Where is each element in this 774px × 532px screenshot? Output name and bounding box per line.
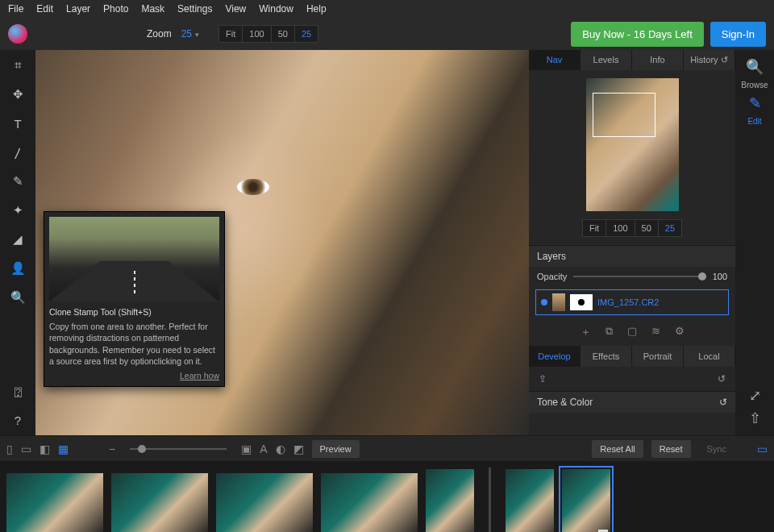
navigator-viewport-box[interactable] bbox=[593, 93, 655, 137]
view-compare-icon[interactable]: ▭ bbox=[21, 443, 31, 455]
tab-develop[interactable]: Develop bbox=[529, 346, 580, 367]
view-single-icon[interactable]: ▯ bbox=[6, 443, 13, 455]
navigator-thumb[interactable] bbox=[586, 78, 679, 211]
buy-now-button[interactable]: Buy Now - 16 Days Left bbox=[571, 22, 704, 47]
layer-thumb[interactable] bbox=[552, 293, 565, 311]
preview-button[interactable]: Preview bbox=[312, 440, 360, 458]
opacity-slider[interactable] bbox=[573, 276, 705, 277]
heal-icon[interactable]: ✦ bbox=[9, 202, 27, 219]
opacity-value: 100 bbox=[713, 272, 727, 281]
panel-tab-info[interactable]: Info bbox=[632, 50, 684, 70]
layer-settings-icon[interactable]: ⚙ bbox=[675, 325, 685, 339]
sync-button[interactable]: Sync bbox=[699, 440, 734, 458]
view-split-icon[interactable]: ◧ bbox=[40, 443, 50, 455]
tool-tooltip: Clone Stamp Tool (Shift+S) Copy from one… bbox=[44, 211, 225, 387]
crop-icon[interactable]: ⌗ bbox=[9, 56, 27, 74]
menu-help[interactable]: Help bbox=[306, 3, 327, 15]
brush-icon[interactable]: 〳 bbox=[9, 143, 27, 161]
reset-button[interactable]: Reset bbox=[651, 440, 691, 458]
reset-preset-icon[interactable]: ↺ bbox=[718, 373, 726, 384]
add-layer-icon[interactable]: ＋ bbox=[580, 325, 591, 339]
import-preset-icon[interactable]: ⇪ bbox=[539, 373, 547, 384]
filmstrip: IMG_1257.CR2 bbox=[0, 461, 774, 532]
panel-tab-history[interactable]: History ↺ bbox=[684, 50, 735, 70]
menu-settings[interactable]: Settings bbox=[177, 3, 212, 15]
layer-name: IMG_1257.CR2 bbox=[597, 297, 659, 307]
layers-header: Layers bbox=[529, 245, 735, 267]
browse-label: Browse bbox=[741, 81, 768, 89]
sign-in-button[interactable]: Sign-In bbox=[710, 22, 766, 47]
filmstrip-divider bbox=[489, 468, 491, 532]
menu-edit[interactable]: Edit bbox=[36, 3, 53, 15]
zoom-100[interactable]: 100 bbox=[243, 26, 271, 42]
user-icon[interactable]: ⍰ bbox=[9, 382, 27, 400]
tone-color-header[interactable]: Tone & Color↺ bbox=[529, 391, 735, 413]
menu-file[interactable]: File bbox=[8, 3, 23, 15]
reset-all-button[interactable]: Reset All bbox=[592, 440, 643, 458]
zoom-25[interactable]: 25 bbox=[295, 26, 318, 42]
zoom-presets: Fit 100 50 25 bbox=[218, 25, 318, 43]
filmstrip-thumb[interactable] bbox=[6, 473, 103, 532]
clipping-icon[interactable]: ◩ bbox=[293, 443, 304, 455]
blend-layer-icon[interactable]: ≋ bbox=[651, 325, 660, 339]
tab-local[interactable]: Local bbox=[684, 346, 735, 367]
zoom-value-dropdown[interactable]: 25 bbox=[181, 28, 199, 39]
menu-mask[interactable]: Mask bbox=[141, 3, 164, 15]
zoom-50[interactable]: 50 bbox=[272, 26, 295, 42]
tab-effects[interactable]: Effects bbox=[580, 346, 632, 367]
clone-stamp-icon[interactable]: ✎ bbox=[9, 172, 27, 190]
browse-icon[interactable]: 🔍 bbox=[746, 58, 764, 76]
right-panel: Nav Levels Info History ↺ Fit 100 50 25 … bbox=[529, 50, 735, 435]
zoom-fit[interactable]: Fit bbox=[219, 26, 243, 42]
filmstrip-thumb-selected[interactable]: IMG_1257.CR2 bbox=[562, 469, 610, 532]
zoom-out-icon[interactable]: − bbox=[109, 443, 115, 455]
filmstrip-thumb[interactable] bbox=[111, 473, 208, 532]
merge-layer-icon[interactable]: ▢ bbox=[627, 325, 637, 339]
nav-zoom-50[interactable]: 50 bbox=[635, 220, 659, 236]
menu-window[interactable]: Window bbox=[259, 3, 293, 15]
app-logo bbox=[8, 24, 27, 44]
menu-view[interactable]: View bbox=[225, 3, 246, 15]
menubar: File Edit Layer Photo Mask Settings View… bbox=[0, 0, 774, 18]
panel-tab-nav[interactable]: Nav bbox=[529, 50, 580, 70]
header-toolbar: Zoom 25 Fit 100 50 25 Buy Now - 16 Days … bbox=[0, 18, 774, 50]
filmstrip-thumb[interactable] bbox=[321, 473, 418, 532]
nav-zoom-25[interactable]: 25 bbox=[659, 220, 681, 236]
zoom-slider[interactable] bbox=[130, 448, 227, 450]
tab-portrait[interactable]: Portrait bbox=[632, 346, 684, 367]
filmstrip-thumb[interactable] bbox=[426, 469, 474, 532]
mask-overlay-icon[interactable]: ▣ bbox=[241, 443, 252, 455]
layer-mask-thumb[interactable] bbox=[570, 294, 593, 310]
layer-row[interactable]: IMG_1257.CR2 bbox=[535, 289, 729, 315]
text-icon[interactable]: T bbox=[9, 114, 27, 132]
nav-zoom-100[interactable]: 100 bbox=[606, 220, 635, 236]
menu-photo[interactable]: Photo bbox=[103, 3, 128, 15]
tone-color-reset-icon[interactable]: ↺ bbox=[719, 397, 727, 408]
tooltip-title: Clone Stamp Tool (Shift+S) bbox=[49, 306, 219, 318]
bottom-toolbar: ▯ ▭ ◧ ▦ − ▣ A ◐ ◩ Preview Reset All Rese… bbox=[0, 435, 774, 461]
zoom-label: Zoom bbox=[147, 28, 172, 39]
opacity-label: Opacity bbox=[537, 272, 567, 281]
help-icon[interactable]: ? bbox=[9, 411, 27, 429]
view-grid-icon[interactable]: ▦ bbox=[58, 443, 69, 455]
zoom-tool-icon[interactable]: 🔍 bbox=[9, 289, 27, 306]
move-icon[interactable]: ✥ bbox=[9, 85, 27, 103]
soft-proof-icon[interactable]: ◐ bbox=[276, 443, 285, 455]
filmstrip-thumb[interactable] bbox=[506, 469, 554, 532]
copy-layer-icon[interactable]: ⧉ bbox=[605, 325, 613, 339]
tooltip-learn-how-link[interactable]: Learn how bbox=[49, 370, 219, 381]
expand-icon[interactable]: ⤢ bbox=[749, 387, 761, 405]
filmstrip-thumb[interactable] bbox=[216, 473, 313, 532]
tooltip-preview-image bbox=[49, 217, 219, 301]
panel-tab-levels[interactable]: Levels bbox=[580, 50, 632, 70]
nav-zoom-fit[interactable]: Fit bbox=[583, 220, 606, 236]
filmstrip-toggle-icon[interactable]: ▭ bbox=[757, 443, 768, 455]
dodge-icon[interactable]: ◢ bbox=[9, 231, 27, 248]
canvas[interactable]: Clone Stamp Tool (Shift+S) Copy from one… bbox=[35, 50, 529, 435]
portrait-icon[interactable]: 👤 bbox=[9, 260, 27, 277]
menu-layer[interactable]: Layer bbox=[66, 3, 90, 15]
label-a-icon[interactable]: A bbox=[260, 443, 267, 455]
layer-visibility-dot[interactable] bbox=[541, 299, 547, 305]
edit-icon[interactable]: ✎ bbox=[749, 94, 761, 112]
export-icon[interactable]: ⇧ bbox=[749, 409, 761, 427]
